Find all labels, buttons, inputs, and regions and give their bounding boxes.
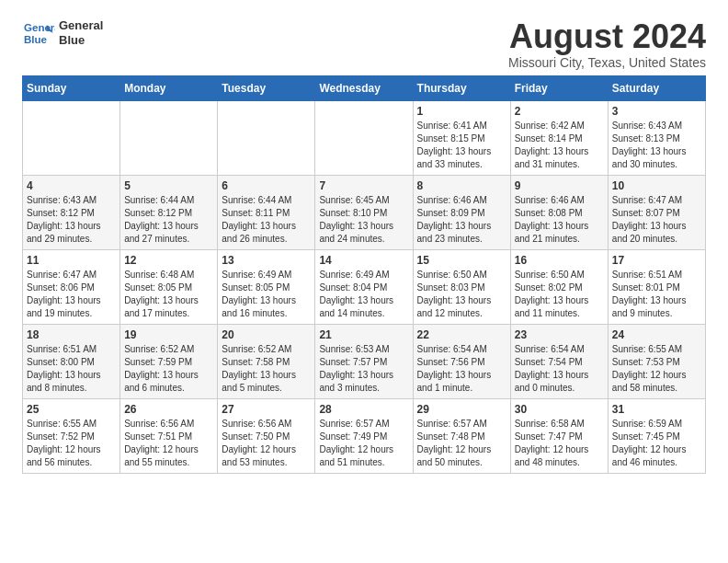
day-number: 17: [612, 254, 701, 267]
day-number: 31: [612, 403, 701, 416]
day-number: 22: [417, 328, 506, 341]
calendar-cell: 16Sunrise: 6:50 AM Sunset: 8:02 PM Dayli…: [510, 249, 608, 324]
day-info: Sunrise: 6:56 AM Sunset: 7:51 PM Dayligh…: [124, 418, 213, 469]
day-number: 6: [222, 179, 311, 192]
logo-text-blue: Blue: [59, 33, 103, 48]
calendar-cell: 8Sunrise: 6:46 AM Sunset: 8:09 PM Daylig…: [413, 175, 510, 249]
day-info: Sunrise: 6:51 AM Sunset: 8:01 PM Dayligh…: [612, 269, 701, 320]
day-info: Sunrise: 6:54 AM Sunset: 7:54 PM Dayligh…: [515, 343, 604, 395]
calendar-cell: 6Sunrise: 6:44 AM Sunset: 8:11 PM Daylig…: [218, 175, 315, 249]
day-info: Sunrise: 6:46 AM Sunset: 8:08 PM Dayligh…: [515, 194, 604, 246]
title-block: August 2024 Missouri City, Texas, United…: [508, 18, 706, 70]
weekday-header-thursday: Thursday: [413, 75, 510, 100]
day-number: 11: [27, 254, 116, 267]
weekday-header-sunday: Sunday: [23, 75, 120, 100]
calendar-cell: 3Sunrise: 6:43 AM Sunset: 8:13 PM Daylig…: [608, 100, 705, 175]
day-info: Sunrise: 6:44 AM Sunset: 8:11 PM Dayligh…: [222, 194, 311, 246]
day-number: 12: [124, 254, 213, 267]
day-number: 4: [27, 179, 116, 192]
day-info: Sunrise: 6:55 AM Sunset: 7:52 PM Dayligh…: [27, 418, 116, 469]
day-number: 30: [515, 403, 604, 416]
week-row-4: 18Sunrise: 6:51 AM Sunset: 8:00 PM Dayli…: [23, 324, 706, 398]
day-number: 5: [124, 179, 213, 192]
day-number: 21: [319, 328, 408, 341]
calendar-cell: [218, 100, 315, 175]
day-info: Sunrise: 6:45 AM Sunset: 8:10 PM Dayligh…: [319, 194, 408, 246]
day-number: 28: [319, 403, 408, 416]
day-number: 2: [515, 105, 604, 118]
day-number: 26: [124, 403, 213, 416]
calendar-cell: 9Sunrise: 6:46 AM Sunset: 8:08 PM Daylig…: [510, 175, 608, 249]
calendar-cell: [23, 100, 120, 175]
day-info: Sunrise: 6:53 AM Sunset: 7:57 PM Dayligh…: [319, 343, 408, 395]
day-info: Sunrise: 6:41 AM Sunset: 8:15 PM Dayligh…: [417, 120, 506, 171]
day-number: 25: [27, 403, 116, 416]
day-number: 13: [222, 254, 311, 267]
weekday-header-row: SundayMondayTuesdayWednesdayThursdayFrid…: [23, 75, 706, 100]
day-info: Sunrise: 6:50 AM Sunset: 8:03 PM Dayligh…: [417, 269, 506, 320]
day-info: Sunrise: 6:50 AM Sunset: 8:02 PM Dayligh…: [515, 269, 604, 320]
calendar-cell: 24Sunrise: 6:55 AM Sunset: 7:53 PM Dayli…: [608, 324, 705, 398]
day-info: Sunrise: 6:57 AM Sunset: 7:48 PM Dayligh…: [417, 418, 506, 469]
day-info: Sunrise: 6:43 AM Sunset: 8:12 PM Dayligh…: [27, 194, 116, 246]
day-number: 20: [222, 328, 311, 341]
calendar-cell: 17Sunrise: 6:51 AM Sunset: 8:01 PM Dayli…: [608, 249, 705, 324]
calendar-cell: 4Sunrise: 6:43 AM Sunset: 8:12 PM Daylig…: [23, 175, 120, 249]
day-info: Sunrise: 6:58 AM Sunset: 7:47 PM Dayligh…: [515, 418, 604, 469]
calendar-table: SundayMondayTuesdayWednesdayThursdayFrid…: [22, 75, 706, 474]
day-info: Sunrise: 6:51 AM Sunset: 8:00 PM Dayligh…: [27, 343, 116, 395]
day-info: Sunrise: 6:57 AM Sunset: 7:49 PM Dayligh…: [319, 418, 408, 469]
day-number: 24: [612, 328, 701, 341]
calendar-cell: 20Sunrise: 6:52 AM Sunset: 7:58 PM Dayli…: [218, 324, 315, 398]
weekday-header-tuesday: Tuesday: [218, 75, 315, 100]
day-info: Sunrise: 6:46 AM Sunset: 8:09 PM Dayligh…: [417, 194, 506, 246]
day-info: Sunrise: 6:59 AM Sunset: 7:45 PM Dayligh…: [612, 418, 701, 469]
day-info: Sunrise: 6:55 AM Sunset: 7:53 PM Dayligh…: [612, 343, 701, 395]
calendar-cell: 11Sunrise: 6:47 AM Sunset: 8:06 PM Dayli…: [23, 249, 120, 324]
day-info: Sunrise: 6:52 AM Sunset: 7:59 PM Dayligh…: [124, 343, 213, 395]
calendar-cell: 22Sunrise: 6:54 AM Sunset: 7:56 PM Dayli…: [413, 324, 510, 398]
calendar-cell: 18Sunrise: 6:51 AM Sunset: 8:00 PM Dayli…: [23, 324, 120, 398]
day-info: Sunrise: 6:47 AM Sunset: 8:07 PM Dayligh…: [612, 194, 701, 246]
calendar-cell: [120, 100, 218, 175]
day-info: Sunrise: 6:47 AM Sunset: 8:06 PM Dayligh…: [27, 269, 116, 320]
calendar-cell: 29Sunrise: 6:57 AM Sunset: 7:48 PM Dayli…: [413, 398, 510, 473]
day-info: Sunrise: 6:56 AM Sunset: 7:50 PM Dayligh…: [222, 418, 311, 469]
day-number: 15: [417, 254, 506, 267]
calendar-cell: 28Sunrise: 6:57 AM Sunset: 7:49 PM Dayli…: [315, 398, 413, 473]
calendar-cell: 2Sunrise: 6:42 AM Sunset: 8:14 PM Daylig…: [510, 100, 608, 175]
week-row-3: 11Sunrise: 6:47 AM Sunset: 8:06 PM Dayli…: [23, 249, 706, 324]
calendar-cell: 19Sunrise: 6:52 AM Sunset: 7:59 PM Dayli…: [120, 324, 218, 398]
calendar-cell: 12Sunrise: 6:48 AM Sunset: 8:05 PM Dayli…: [120, 249, 218, 324]
calendar-cell: 14Sunrise: 6:49 AM Sunset: 8:04 PM Dayli…: [315, 249, 413, 324]
day-info: Sunrise: 6:44 AM Sunset: 8:12 PM Dayligh…: [124, 194, 213, 246]
day-info: Sunrise: 6:52 AM Sunset: 7:58 PM Dayligh…: [222, 343, 311, 395]
logo-icon: General Blue: [22, 18, 55, 48]
calendar-cell: 1Sunrise: 6:41 AM Sunset: 8:15 PM Daylig…: [413, 100, 510, 175]
calendar-cell: 25Sunrise: 6:55 AM Sunset: 7:52 PM Dayli…: [23, 398, 120, 473]
calendar-cell: 15Sunrise: 6:50 AM Sunset: 8:03 PM Dayli…: [413, 249, 510, 324]
day-info: Sunrise: 6:42 AM Sunset: 8:14 PM Dayligh…: [515, 120, 604, 171]
day-info: Sunrise: 6:49 AM Sunset: 8:04 PM Dayligh…: [319, 269, 408, 320]
day-number: 29: [417, 403, 506, 416]
day-info: Sunrise: 6:43 AM Sunset: 8:13 PM Dayligh…: [612, 120, 701, 171]
day-number: 14: [319, 254, 408, 267]
day-number: 3: [612, 105, 701, 118]
week-row-2: 4Sunrise: 6:43 AM Sunset: 8:12 PM Daylig…: [23, 175, 706, 249]
week-row-1: 1Sunrise: 6:41 AM Sunset: 8:15 PM Daylig…: [23, 100, 706, 175]
calendar-cell: 21Sunrise: 6:53 AM Sunset: 7:57 PM Dayli…: [315, 324, 413, 398]
weekday-header-saturday: Saturday: [608, 75, 705, 100]
calendar-cell: 5Sunrise: 6:44 AM Sunset: 8:12 PM Daylig…: [120, 175, 218, 249]
calendar-cell: 23Sunrise: 6:54 AM Sunset: 7:54 PM Dayli…: [510, 324, 608, 398]
header: General Blue General Blue August 2024 Mi…: [22, 18, 706, 70]
calendar-cell: 30Sunrise: 6:58 AM Sunset: 7:47 PM Dayli…: [510, 398, 608, 473]
weekday-header-friday: Friday: [510, 75, 608, 100]
calendar-cell: 7Sunrise: 6:45 AM Sunset: 8:10 PM Daylig…: [315, 175, 413, 249]
logo: General Blue General Blue: [22, 18, 103, 48]
day-number: 19: [124, 328, 213, 341]
weekday-header-monday: Monday: [120, 75, 218, 100]
day-number: 16: [515, 254, 604, 267]
svg-text:Blue: Blue: [24, 34, 48, 45]
day-number: 1: [417, 105, 506, 118]
calendar-cell: 13Sunrise: 6:49 AM Sunset: 8:05 PM Dayli…: [218, 249, 315, 324]
